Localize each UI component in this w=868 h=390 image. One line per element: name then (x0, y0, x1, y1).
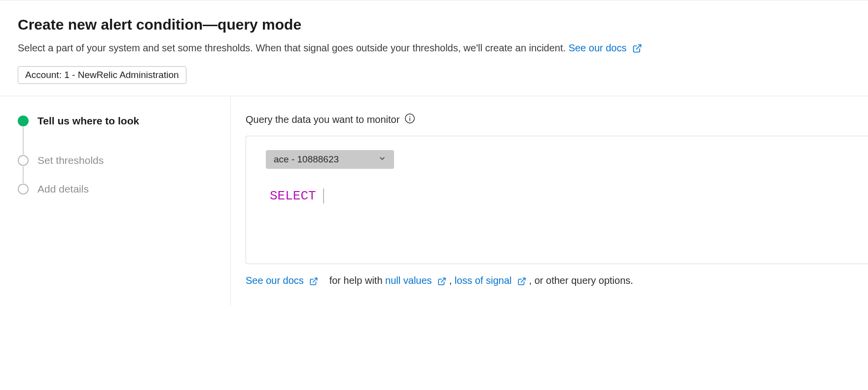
main-panel: Query the data you want to monitor ace -… (231, 96, 868, 306)
step-label: Add details (37, 183, 89, 195)
account-select[interactable]: Account: 1 - NewRelic Administration (18, 66, 186, 84)
help-sep: , (449, 275, 452, 286)
see-docs-link-help[interactable]: See our docs (246, 275, 321, 286)
external-link-icon (309, 274, 318, 289)
step-dot-icon (18, 116, 29, 126)
help-tail-text: , or other query options. (529, 275, 633, 286)
query-heading: Query the data you want to monitor (246, 114, 399, 125)
page-subtitle-text: Select a part of your system and set som… (18, 42, 566, 53)
svg-point-3 (409, 116, 410, 117)
data-source-label: ace - 10888623 (274, 154, 339, 165)
svg-line-5 (441, 278, 445, 282)
step-set-thresholds[interactable]: Set thresholds (18, 155, 213, 166)
step-label: Set thresholds (37, 155, 104, 166)
account-select-label: Account: 1 - NewRelic Administration (25, 70, 179, 80)
step-connector (23, 127, 24, 155)
query-keyword: SELECT (270, 189, 316, 203)
external-link-icon (517, 274, 526, 289)
link-label: loss of signal (455, 275, 512, 286)
see-docs-link-header[interactable]: See our docs (569, 42, 642, 53)
body: Tell us where to look Set thresholds Add… (0, 96, 868, 306)
query-editor[interactable]: ace - 10888623 SELECT (246, 136, 868, 264)
data-source-select[interactable]: ace - 10888623 (266, 150, 394, 169)
step-dot-icon (18, 184, 29, 195)
link-label: null values (385, 275, 432, 286)
step-label: Tell us where to look (37, 115, 139, 127)
chevron-down-icon (378, 154, 386, 165)
svg-line-6 (521, 278, 525, 282)
page-title: Create new alert condition—query mode (18, 16, 850, 33)
step-dot-icon (18, 155, 29, 166)
null-values-link[interactable]: null values (385, 275, 449, 286)
external-link-icon (632, 42, 642, 56)
svg-line-4 (313, 278, 317, 282)
step-add-details[interactable]: Add details (18, 183, 213, 195)
info-icon[interactable] (404, 113, 415, 126)
link-label: See our docs (246, 275, 304, 286)
query-text-line[interactable]: SELECT (266, 189, 856, 203)
page-subtitle: Select a part of your system and set som… (18, 41, 850, 56)
text-cursor (323, 189, 324, 203)
page-header: Create new alert condition—query mode Se… (0, 0, 868, 96)
loss-of-signal-link[interactable]: loss of signal (455, 275, 529, 286)
external-link-icon (437, 274, 446, 289)
see-docs-link-label: See our docs (569, 42, 627, 53)
stepper: Tell us where to look Set thresholds Add… (0, 96, 231, 306)
step-connector (23, 166, 24, 183)
svg-line-0 (636, 45, 641, 49)
help-mid-text: for help with (329, 275, 383, 286)
query-heading-row: Query the data you want to monitor (246, 113, 868, 126)
query-help-line: See our docs for help with null values (246, 264, 868, 289)
step-where-to-look[interactable]: Tell us where to look (18, 115, 213, 127)
